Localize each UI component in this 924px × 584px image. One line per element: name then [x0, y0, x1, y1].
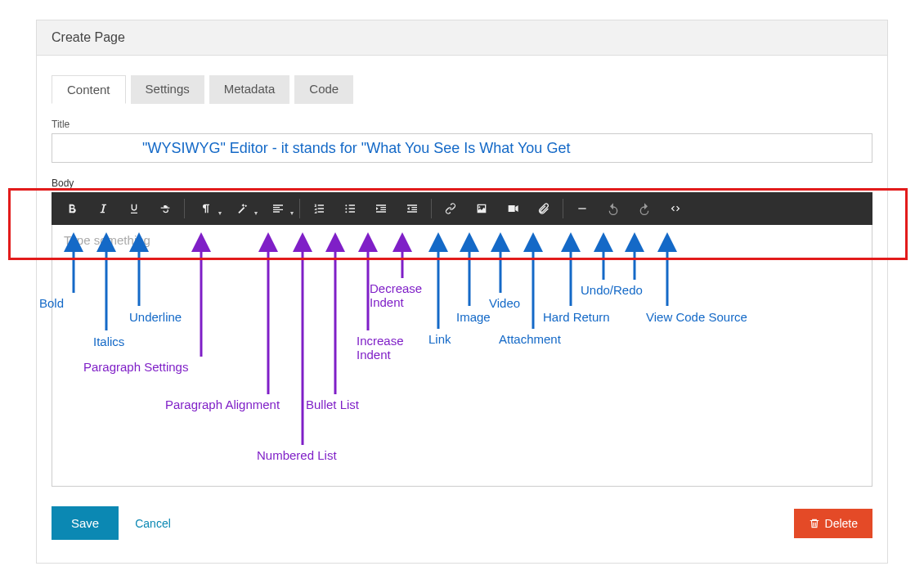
undo-button[interactable]: [598, 192, 629, 225]
minus-icon: [576, 202, 589, 215]
undo-icon: [607, 202, 620, 215]
underline-button[interactable]: [119, 192, 150, 225]
toolbar-separator: [563, 199, 563, 218]
numbered-list-button[interactable]: [303, 192, 334, 225]
wysiwyg-toolbar: ▾▾▾: [52, 192, 872, 225]
delete-label: Delete: [825, 517, 858, 530]
toolbar-separator: [184, 199, 185, 218]
clear-format-button[interactable]: ▾: [224, 192, 260, 225]
delete-button[interactable]: Delete: [794, 509, 872, 538]
toolbar-separator: [431, 199, 432, 218]
view-source-button[interactable]: [660, 192, 691, 225]
title-label: Title: [52, 119, 872, 130]
caret-down-icon: ▾: [218, 209, 222, 217]
toolbar-separator: [299, 199, 300, 218]
title-input[interactable]: [52, 133, 872, 163]
trash-icon: [809, 518, 820, 529]
tab-content[interactable]: Content: [52, 75, 126, 104]
indent-in-icon: [375, 202, 388, 215]
ul-icon: [343, 202, 357, 215]
pilcrow-icon: [200, 202, 213, 215]
decrease-indent-button[interactable]: [397, 192, 428, 225]
save-button[interactable]: Save: [52, 506, 119, 540]
strikethrough-button[interactable]: [150, 192, 181, 225]
align-icon: [271, 202, 285, 215]
redo-button[interactable]: [629, 192, 660, 225]
video-icon: [506, 202, 519, 215]
caret-down-icon: ▾: [290, 209, 294, 217]
attachment-button[interactable]: [528, 192, 559, 225]
cancel-link[interactable]: Cancel: [135, 517, 171, 530]
link-icon: [444, 202, 457, 215]
panel-header: Create Page: [37, 20, 887, 56]
ol-icon: [312, 202, 325, 215]
underline-icon: [128, 202, 141, 215]
create-page-panel: Create Page Content Settings Metadata Co…: [36, 20, 888, 564]
paperclip-icon: [537, 202, 550, 215]
code-icon: [669, 202, 682, 215]
tabs: Content Settings Metadata Code: [52, 75, 872, 104]
bullet-list-button[interactable]: [334, 192, 366, 225]
italic-icon: [96, 202, 110, 215]
caret-down-icon: ▾: [254, 209, 258, 217]
hard-return-button[interactable]: [567, 192, 598, 225]
tab-settings[interactable]: Settings: [131, 75, 204, 104]
paragraph-settings-button[interactable]: ▾: [188, 192, 224, 225]
bold-icon: [65, 202, 78, 215]
body-editor[interactable]: Type something: [52, 225, 872, 487]
paragraph-alignment-button[interactable]: ▾: [260, 192, 296, 225]
tab-metadata[interactable]: Metadata: [209, 75, 290, 104]
video-button[interactable]: [497, 192, 528, 225]
redo-icon: [638, 202, 651, 215]
increase-indent-button[interactable]: [366, 192, 397, 225]
image-button[interactable]: [466, 192, 497, 225]
link-button[interactable]: [435, 192, 466, 225]
wand-icon: [235, 202, 249, 215]
strikethrough-icon: [159, 202, 172, 215]
bold-button[interactable]: [56, 192, 87, 225]
indent-out-icon: [406, 202, 419, 215]
tab-code[interactable]: Code: [294, 75, 353, 104]
italic-button[interactable]: [87, 192, 119, 225]
body-label: Body: [52, 177, 872, 189]
image-icon: [475, 202, 488, 215]
